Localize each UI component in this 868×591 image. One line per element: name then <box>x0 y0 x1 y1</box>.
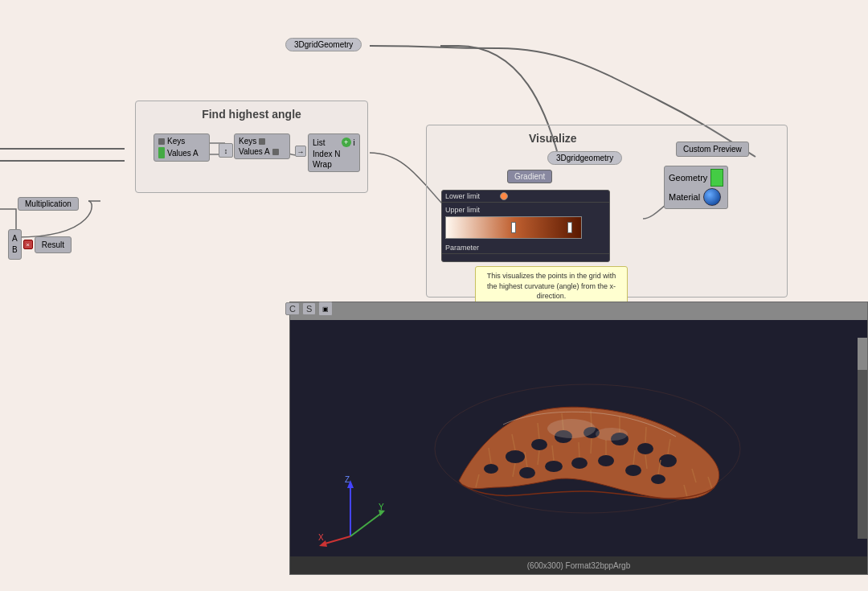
geometry-material-node[interactable]: Geometry Material <box>664 166 728 209</box>
index-label: Index N <box>313 150 340 158</box>
result-ab-panel: A B <box>8 229 22 260</box>
custom-preview-node[interactable]: Custom Preview <box>676 142 749 157</box>
svg-line-25 <box>579 442 579 458</box>
sort-icon[interactable]: ↕ <box>219 143 233 158</box>
gradient-bar-row: Upper limit <box>442 203 609 242</box>
svg-point-11 <box>598 455 614 466</box>
kv-port-1 <box>158 138 165 145</box>
kv-values-label: Values A <box>167 149 199 158</box>
result-label: Result <box>35 236 72 253</box>
cs-toolbar: C S ▣ <box>285 302 333 316</box>
svg-text:X: X <box>318 533 324 542</box>
c-label[interactable]: C <box>285 302 300 315</box>
kv-right-port-2 <box>272 149 279 155</box>
top-pill-label: 3DgridGeometry <box>294 40 353 49</box>
tooltip-box: This visualizes the points in the grid w… <box>475 266 628 306</box>
svg-line-45 <box>322 536 350 544</box>
kv-right-keys-label: Keys <box>239 137 256 146</box>
lower-color-dot[interactable] <box>500 192 508 200</box>
svg-text:Y: Y <box>379 503 384 511</box>
axes-visualization: Z Y X <box>314 476 387 548</box>
parameter-label: Parameter <box>445 244 497 252</box>
visualize-group-title: Visualize <box>529 132 577 145</box>
multiplication-node[interactable]: Multiplication <box>18 197 79 211</box>
top-pill-node[interactable]: 3DgridGeometry <box>285 38 362 51</box>
viewport-status-text: (600x300) Format32bppArgb <box>527 561 630 570</box>
result-node[interactable]: A B × Result <box>8 229 72 260</box>
kv-left-node[interactable]: Keys Values A <box>154 133 210 162</box>
list-i-label: i <box>354 138 355 147</box>
kv-right-values-label: Values A <box>239 147 270 156</box>
gradient-bar[interactable] <box>445 216 582 239</box>
kv-keys-label: Keys <box>167 137 185 146</box>
s-label[interactable]: S <box>302 302 316 315</box>
viewport-content: Z Y X <box>290 320 867 556</box>
middle-pill-node[interactable]: 3Dgridgeometry <box>547 151 622 165</box>
svg-point-9 <box>545 461 563 472</box>
upper-limit-label: Upper limit <box>445 206 497 214</box>
lower-limit-label: Lower limit <box>445 192 497 200</box>
svg-point-6 <box>637 443 653 454</box>
material-sphere-icon <box>703 188 721 206</box>
kv-port-green <box>158 147 165 158</box>
gradient-label: Gradient <box>514 172 545 181</box>
scrollbar-thumb[interactable] <box>858 338 867 370</box>
viewport-scrollbar[interactable] <box>858 338 867 539</box>
canvas-area: 3DgridGeometry Find highest angle Keys V… <box>0 0 868 298</box>
svg-point-2 <box>531 439 547 450</box>
middle-pill-label: 3Dgridgeometry <box>556 154 613 162</box>
gradient-param-row: Parameter <box>442 242 609 254</box>
svg-line-20 <box>645 427 646 442</box>
svg-point-8 <box>519 467 535 478</box>
multiplication-label: Multiplication <box>25 199 72 208</box>
svg-line-31 <box>591 438 592 454</box>
mesh-visualization <box>354 344 796 545</box>
svg-line-42 <box>350 512 383 536</box>
gradient-handle-right[interactable] <box>567 222 572 233</box>
wrap-label: Wrap <box>313 160 332 169</box>
material-label: Material <box>669 192 700 202</box>
list-label: List <box>313 138 326 147</box>
arrow-right-icon: → <box>295 146 306 157</box>
svg-point-14 <box>484 464 498 474</box>
visualize-group: Visualize 3Dgridgeometry Gradient Lower … <box>426 125 788 298</box>
tooltip-text: This visualizes the points in the grid w… <box>487 272 616 300</box>
left-panel-area <box>0 302 289 575</box>
svg-point-12 <box>625 465 641 476</box>
viewport-panel: Z Y X (600x300) Format32bppArgb <box>289 302 868 575</box>
svg-point-10 <box>571 458 588 469</box>
svg-point-37 <box>547 419 596 438</box>
svg-point-1 <box>506 450 525 463</box>
svg-text:Z: Z <box>345 476 350 484</box>
kv-right-node[interactable]: Keys Values A <box>234 133 290 159</box>
gradient-lower-row: Lower limit <box>442 191 609 203</box>
kv-right-port-1 <box>259 138 265 145</box>
list-index-wrap-node[interactable]: List + i Index N Wrap <box>308 133 360 172</box>
svg-point-38 <box>596 428 628 441</box>
svg-point-13 <box>651 474 665 484</box>
find-group-title: Find highest angle <box>202 108 301 121</box>
gradient-node[interactable]: Gradient <box>507 170 552 183</box>
gradient-panel[interactable]: Lower limit Upper limit Parameter <box>441 190 610 262</box>
viewport-toolbar <box>290 302 867 320</box>
viewport-toggle-button[interactable]: ▣ <box>318 302 333 316</box>
list-port-right <box>328 137 339 148</box>
geometry-label: Geometry <box>669 173 707 183</box>
geometry-green-rect <box>710 169 723 187</box>
result-x-button[interactable]: × <box>23 240 33 249</box>
custom-preview-label: Custom Preview <box>683 145 742 154</box>
gradient-handle-mid[interactable] <box>511 222 516 233</box>
viewport-status: (600x300) Format32bppArgb <box>290 556 867 574</box>
find-highest-angle-group: Find highest angle Keys Values A ↕ <box>135 101 368 193</box>
list-plus-icon: + <box>342 137 351 147</box>
svg-point-7 <box>659 454 677 467</box>
